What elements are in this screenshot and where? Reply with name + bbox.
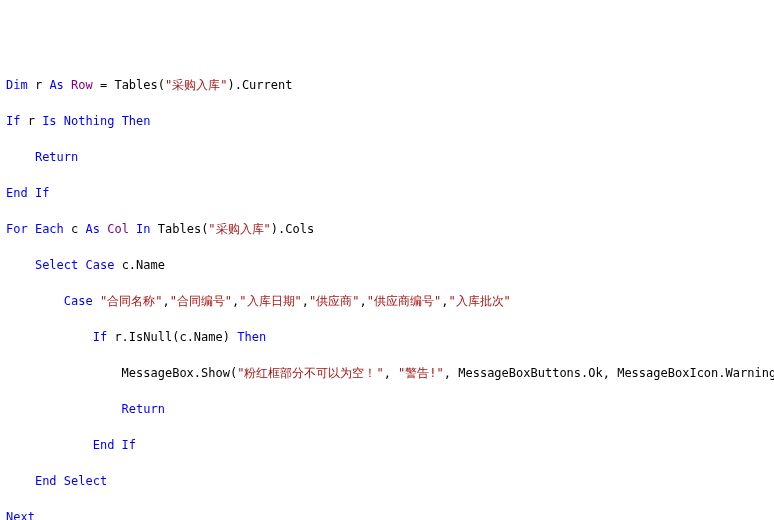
text — [78, 258, 85, 272]
keyword-as: As — [49, 78, 63, 92]
keyword-case: Case — [64, 294, 93, 308]
code-line: Return — [6, 148, 768, 166]
keyword-end: End — [93, 438, 115, 452]
code-line: End Select — [6, 472, 768, 490]
keyword-if: If — [93, 330, 107, 344]
keyword-then: Then — [237, 330, 266, 344]
keyword-dim: Dim — [6, 78, 28, 92]
keyword-nothing: Nothing — [64, 114, 115, 128]
text — [114, 114, 121, 128]
code-line: If r.IsNull(c.Name) Then — [6, 328, 768, 346]
code-line: End If — [6, 436, 768, 454]
keyword-select: Select — [64, 474, 107, 488]
text — [57, 474, 64, 488]
keyword-for: For — [6, 222, 28, 236]
keyword-end: End — [35, 474, 57, 488]
text: r.IsNull(c.Name) — [107, 330, 237, 344]
text: ).Cols — [271, 222, 314, 236]
text: r — [28, 78, 50, 92]
type-col: Col — [100, 222, 129, 236]
string-literal: "供应商编号" — [367, 294, 441, 308]
code-line: Select Case c.Name — [6, 256, 768, 274]
string-literal: "合同名称" — [100, 294, 162, 308]
string-literal: "采购入库" — [208, 222, 270, 236]
text: MessageBox.Show( — [122, 366, 238, 380]
string-literal: "入库日期" — [239, 294, 301, 308]
keyword-in: In — [136, 222, 150, 236]
code-line: Next — [6, 508, 768, 520]
keyword-select: Select — [35, 258, 78, 272]
code-line: Return — [6, 400, 768, 418]
text — [93, 294, 100, 308]
code-line: MessageBox.Show("粉红框部分不可以为空！", "警告!", Me… — [6, 364, 768, 382]
text: , — [384, 366, 398, 380]
keyword-if: If — [6, 114, 20, 128]
keyword-return: Return — [35, 150, 78, 164]
text: Tables( — [151, 222, 209, 236]
keyword-each: Each — [35, 222, 64, 236]
keyword-next: Next — [6, 510, 35, 520]
string-literal: "供应商" — [309, 294, 359, 308]
text: r — [20, 114, 42, 128]
keyword-if: If — [28, 186, 50, 200]
string-literal: "合同编号" — [170, 294, 232, 308]
code-line: If r Is Nothing Then — [6, 112, 768, 130]
keyword-return: Return — [122, 402, 165, 416]
text: , — [359, 294, 366, 308]
string-literal: "采购入库" — [165, 78, 227, 92]
keyword-as: As — [86, 222, 100, 236]
keyword-then: Then — [122, 114, 151, 128]
string-literal: "粉红框部分不可以为空！" — [237, 366, 383, 380]
code-line: End If — [6, 184, 768, 202]
code-line: For Each c As Col In Tables("采购入库").Cols — [6, 220, 768, 238]
text: , — [162, 294, 169, 308]
keyword-is: Is — [42, 114, 56, 128]
keyword-case: Case — [86, 258, 115, 272]
text: , MessageBoxButtons.Ok, MessageBoxIcon.W… — [444, 366, 774, 380]
keyword-end: End — [6, 186, 28, 200]
text: = Tables( — [93, 78, 165, 92]
text — [57, 114, 64, 128]
text — [28, 222, 35, 236]
text: c.Name — [114, 258, 165, 272]
text: , — [302, 294, 309, 308]
code-line: Case "合同名称","合同编号","入库日期","供应商","供应商编号",… — [6, 292, 768, 310]
string-literal: "警告!" — [398, 366, 444, 380]
text: ).Current — [227, 78, 292, 92]
text: c — [64, 222, 86, 236]
type-row: Row — [64, 78, 93, 92]
code-line: Dim r As Row = Tables("采购入库").Current — [6, 76, 768, 94]
string-literal: "入库批次" — [448, 294, 510, 308]
keyword-if: If — [114, 438, 136, 452]
